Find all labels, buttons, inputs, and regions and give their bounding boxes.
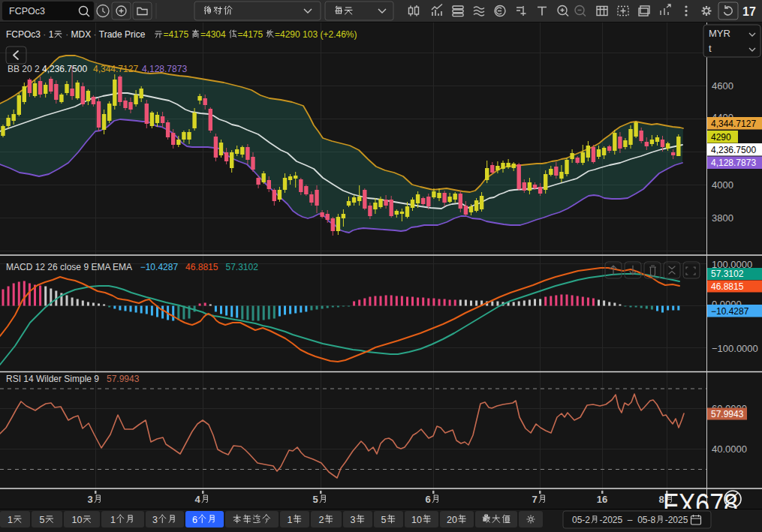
svg-text:4290: 4290 [711,132,731,143]
svg-text:4,344.7127: 4,344.7127 [711,119,756,129]
svg-text:7: 7 [532,494,538,505]
svg-text:5: 5 [313,494,318,505]
svg-text:t: t [709,43,712,54]
svg-text:·: · [91,29,99,40]
svg-text:Trade Price: Trade Price [99,29,146,40]
svg-text:·: · [63,29,71,40]
svg-text:=4175: =4175 [238,29,266,40]
svg-text:57.3102: 57.3102 [226,262,259,272]
svg-text:05-8: 05-8 [637,515,655,525]
svg-text:FCPOc3: FCPOc3 [6,29,41,40]
svg-text:MYR: MYR [709,28,730,39]
svg-text:4600: 4600 [712,80,733,92]
svg-text:5: 5 [381,515,387,525]
svg-text:46.8815: 46.8815 [711,281,744,292]
svg-text:4,128.7873: 4,128.7873 [711,158,756,168]
svg-text:4,128.7873: 4,128.7873 [142,64,187,74]
svg-text:1: 1 [49,29,54,40]
svg-text:4: 4 [195,494,201,505]
svg-text:5: 5 [40,515,45,525]
svg-text:MACD 12 26 close 9 EMA EMA: MACD 12 26 close 9 EMA EMA [6,262,132,272]
svg-text:40.0000: 40.0000 [712,443,747,455]
svg-text:=4304: =4304 [200,29,228,40]
svg-text:FCPOc3: FCPOc3 [9,6,45,17]
svg-text:10: 10 [411,515,422,525]
svg-text:17: 17 [742,5,756,18]
svg-text:46.8815: 46.8815 [185,262,218,272]
svg-text:3: 3 [351,515,356,525]
svg-text:05-2: 05-2 [572,515,590,525]
svg-text:57.9943: 57.9943 [107,374,140,384]
svg-text:-2025: -2025 [600,515,623,525]
svg-text:=4175: =4175 [164,29,191,40]
svg-text:−100.0000: −100.0000 [712,343,758,354]
svg-text:RSI 14 Wilder Simple 9: RSI 14 Wilder Simple 9 [6,374,99,384]
svg-text:6: 6 [192,515,197,525]
svg-text:–: – [622,515,637,525]
svg-text:103 (+2.46%): 103 (+2.46%) [303,29,357,40]
svg-text:4000: 4000 [712,179,733,191]
svg-text:·: · [41,29,49,40]
svg-text:3800: 3800 [712,212,733,224]
svg-text:BB 20 2: BB 20 2 [8,64,40,74]
svg-text:4,236.7500: 4,236.7500 [42,64,87,74]
svg-text:2: 2 [319,515,324,525]
svg-text:57.9943: 57.9943 [711,409,744,419]
svg-text:16: 16 [597,494,607,505]
svg-text:4,344.7127: 4,344.7127 [93,64,138,74]
svg-text:57.3102: 57.3102 [711,269,744,279]
svg-text:4,236.7500: 4,236.7500 [711,145,756,155]
svg-text:3: 3 [152,515,158,525]
svg-text:-2025: -2025 [665,515,688,525]
svg-text:−10.4287: −10.4287 [140,262,179,272]
svg-text:6: 6 [426,494,431,505]
svg-text:−10.4287: −10.4287 [711,306,749,317]
svg-text:1: 1 [110,515,116,525]
svg-text:10: 10 [72,515,83,525]
svg-text:3: 3 [88,494,93,505]
svg-text:MDX: MDX [71,29,92,40]
svg-text:1: 1 [288,515,293,525]
svg-text:20: 20 [447,515,457,525]
svg-text:=4290: =4290 [275,29,303,40]
svg-text:1: 1 [8,515,13,525]
